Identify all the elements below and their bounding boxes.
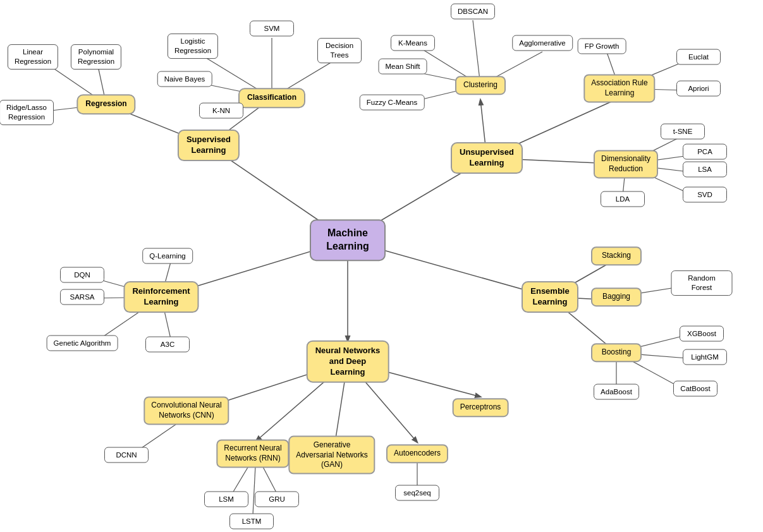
node-ensemble: EnsembleLearning [522,281,578,313]
node-dcnn: DCNN [104,447,149,463]
node-catboost: CatBoost [673,381,717,397]
mindmap-canvas: MachineLearning SupervisedLearning Unsup… [0,0,763,532]
node-autoencoders: Autoencoders [386,444,448,463]
node-assoc-rule: Association RuleLearning [583,74,655,102]
node-lightgbm: LightGM [683,349,727,365]
node-supervised: SupervisedLearning [178,130,240,161]
node-fp-growth: FP Growth [578,39,626,54]
node-seq2seq: seq2seq [395,485,439,501]
node-logistic-reg: LogisticRegression [168,33,218,59]
node-sarsa: SARSA [60,289,104,305]
node-dqn: DQN [60,267,104,283]
node-apriori: Apriori [676,81,721,97]
node-a3c: A3C [145,337,190,353]
node-bagging: Bagging [591,287,642,306]
node-dbscan: DBSCAN [451,4,495,20]
node-cnn: Convolutional NeuralNetworks (CNN) [143,396,229,425]
node-tsne: t-SNE [661,124,705,140]
node-boosting: Boosting [591,343,642,362]
node-lstm: LSTM [229,514,274,529]
node-naive-bayes: Naive Bayes [157,71,212,87]
node-q-learning: Q-Learning [142,248,193,264]
node-svd: SVD [683,187,727,203]
node-decision-trees: DecisionTrees [317,38,362,63]
node-poly-reg: PolynomialRegression [71,44,121,70]
node-agglomerative: Agglomerative [512,35,573,51]
node-regression: Regression [76,94,135,114]
node-reinforcement: ReinforcementLearning [123,281,198,313]
node-mean-shift: Mean Shift [379,59,427,75]
node-clustering: Clustering [455,76,506,95]
node-pca: PCA [683,144,727,160]
node-euclat: Euclat [676,49,721,65]
node-lsa: LSA [683,162,727,178]
node-genetic-alg: Genetic Algorithm [47,336,118,351]
node-linear-reg: LinearRegression [8,44,58,70]
node-gru: GRU [255,492,299,507]
node-random-forest: Random Forest [671,270,733,296]
node-perceptrons: Perceptrons [453,398,509,417]
node-unsupervised: UnsupervisedLearning [451,142,523,174]
node-lda: LDA [601,191,645,207]
node-xgboost: XGBoost [680,326,724,342]
node-stacking: Stacking [591,246,642,265]
node-svm: SVM [250,21,294,37]
node-neural-networks: Neural Networksand DeepLearning [307,341,389,383]
node-classification: Classification [238,88,305,108]
node-knn: K-NN [199,103,243,119]
node-rnn: Recurrent NeuralNetworks (RNN) [216,439,289,468]
node-adaboost: AdaBoost [594,384,639,400]
node-gan: GenerativeAdversarial Networks(GAN) [288,436,375,475]
node-dim-reduction: DimensionalityReduction [594,150,658,178]
node-fuzzy-cmeans: Fuzzy C-Means [360,95,425,111]
node-kmeans: K-Means [391,35,435,51]
node-ridge-lasso: Ridge/LassoRegression [0,100,54,125]
node-lsm: LSM [204,492,248,507]
node-machine-learning: MachineLearning [310,219,386,261]
